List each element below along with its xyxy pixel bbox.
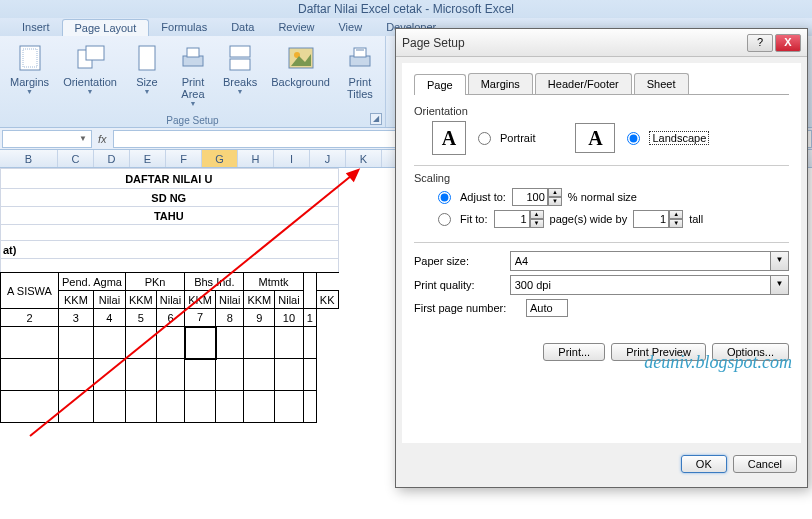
print-quality-label: Print quality: [414,279,504,291]
landscape-icon: A [575,123,615,153]
tab-page-layout[interactable]: Page Layout [62,19,150,36]
subj-mtk: Mtmtk [244,273,303,291]
tab-view[interactable]: View [326,19,374,35]
portrait-radio[interactable] [478,132,491,145]
col-j[interactable]: J [310,150,346,167]
col-k[interactable]: K [346,150,382,167]
tab-margins[interactable]: Margins [468,73,533,94]
adjust-radio[interactable] [438,191,451,204]
page-setup-launcher[interactable]: ◢ [370,113,382,125]
col-c[interactable]: C [58,150,94,167]
selected-cell [185,327,216,359]
tab-header-footer[interactable]: Header/Footer [535,73,632,94]
paper-size-label: Paper size: [414,255,504,267]
tab-formulas[interactable]: Formulas [149,19,219,35]
svg-rect-12 [354,48,366,57]
portrait-text: Portrait [500,132,535,144]
ok-button[interactable]: OK [681,455,727,473]
svg-rect-4 [139,46,155,70]
size-button[interactable]: Size▼ [125,40,169,97]
sheet-title-2: SD NG [1,189,339,207]
tab-page[interactable]: Page [414,74,466,95]
svg-rect-7 [230,46,250,57]
subj-pkn: PKn [125,273,184,291]
help-button[interactable]: ? [747,34,773,52]
fit-mid: page(s) wide by [550,213,628,225]
title-bar: Daftar Nilai Excel cetak - Microsoft Exc… [0,0,812,18]
col-f[interactable]: F [166,150,202,167]
name-box[interactable]: ▼ [2,130,92,148]
svg-rect-8 [230,59,250,70]
first-page-input[interactable]: Auto [526,299,568,317]
portrait-icon: A [432,121,466,155]
ribbon-group-label: Page Setup [0,115,385,126]
watermark: deuniv.blogspot.com [644,352,792,373]
fit-radio[interactable] [438,213,451,226]
fit-tall: tall [689,213,703,225]
landscape-radio[interactable] [627,132,640,145]
tab-sheet[interactable]: Sheet [634,73,689,94]
print-button[interactable]: Print... [543,343,605,361]
sheet-title-3: TAHU [1,207,339,225]
cancel-button[interactable]: Cancel [733,455,797,473]
first-page-label: First page number: [414,302,520,314]
dialog-title: Page Setup [402,36,465,50]
col-d[interactable]: D [94,150,130,167]
sheet-title-1: DAFTAR NILAI U [1,169,339,189]
col-h[interactable]: H [238,150,274,167]
scaling-label: Scaling [414,172,789,184]
window-title: Daftar Nilai Excel cetak - Microsoft Exc… [298,2,514,16]
svg-rect-6 [187,48,199,57]
svg-rect-3 [86,46,104,60]
dialog-tabs: Page Margins Header/Footer Sheet [414,73,789,95]
orientation-button[interactable]: Orientation▼ [57,40,123,97]
print-area-button[interactable]: PrintArea▼ [171,40,215,109]
col-e[interactable]: E [130,150,166,167]
col-b[interactable]: B [0,150,58,167]
adjust-label: Adjust to: [460,191,506,203]
tab-insert[interactable]: Insert [10,19,62,35]
col-siswa: A SISWA [1,273,59,309]
background-button[interactable]: Background [265,40,336,90]
section-label: at) [1,241,339,259]
tab-review[interactable]: Review [266,19,326,35]
adjust-spinner[interactable]: ▲▼ [512,188,562,206]
paper-size-combo[interactable]: A4▼ [510,251,789,271]
fit-height-spinner[interactable]: ▲▼ [633,210,683,228]
fit-label: Fit to: [460,213,488,225]
col-i[interactable]: I [274,150,310,167]
print-titles-button[interactable]: PrintTitles [338,40,382,102]
fx-label[interactable]: fx [98,133,107,145]
margins-button[interactable]: Margins▼ [4,40,55,97]
orientation-label: Orientation [414,105,789,117]
fit-width-spinner[interactable]: ▲▼ [494,210,544,228]
print-quality-combo[interactable]: 300 dpi▼ [510,275,789,295]
adjust-suffix: % normal size [568,191,637,203]
subj-agama: Pend. Agma [59,273,126,291]
breaks-button[interactable]: Breaks▼ [217,40,263,97]
tab-data[interactable]: Data [219,19,266,35]
dialog-titlebar[interactable]: Page Setup ? X [396,29,807,57]
page-setup-dialog: Page Setup ? X Page Margins Header/Foote… [395,28,808,488]
col-g[interactable]: G [202,150,238,167]
close-button[interactable]: X [775,34,801,52]
landscape-text: Landscape [649,131,709,145]
